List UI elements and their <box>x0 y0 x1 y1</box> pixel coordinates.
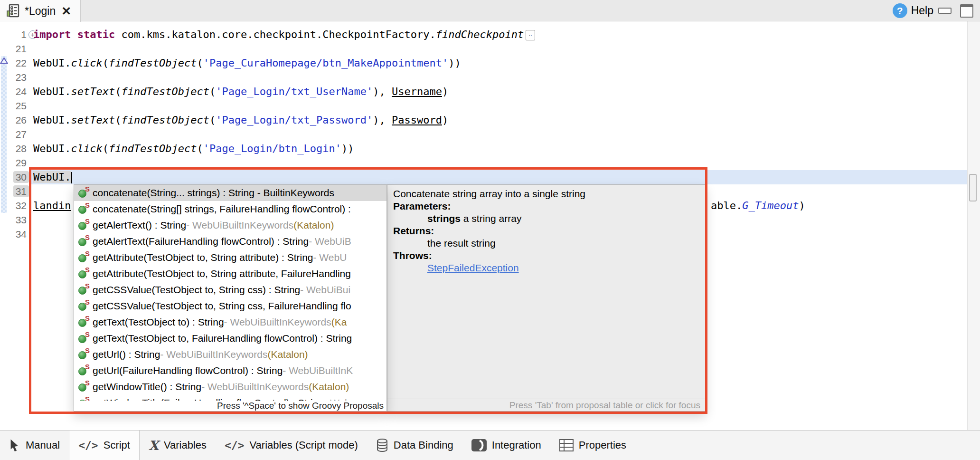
doc-throws-link[interactable]: StepFailedException <box>427 262 519 273</box>
code-segment-pl: able. <box>711 200 742 211</box>
line-number: 32 <box>0 199 27 213</box>
proposal-origin: (Katalon) <box>267 349 308 360</box>
current-line-highlight <box>30 170 967 184</box>
minimize-icon[interactable] <box>938 8 952 14</box>
line-number: 27 <box>0 127 27 142</box>
proposal-item[interactable]: concatenate(String[] strings, FailureHan… <box>74 201 386 217</box>
code-text: import static com.kms.katalon.core.check… <box>33 28 535 42</box>
code-line-23[interactable]: 23 <box>0 70 967 85</box>
static-method-icon <box>78 351 86 359</box>
proposal-signature: getWindowTitle(FailureHandling flowContr… <box>93 397 324 401</box>
database-icon <box>376 438 388 452</box>
code-text: landin <box>33 199 71 213</box>
proposal-item[interactable]: getWindowTitle() : String - WebUiBuiltIn… <box>74 379 386 395</box>
proposal-signature: getAttribute(TestObject to, String attri… <box>93 252 313 263</box>
view-tab-properties[interactable]: Properties <box>550 431 635 460</box>
proposal-item[interactable]: getAlertText(FailureHandling flowControl… <box>74 233 386 249</box>
test-case-icon <box>6 3 21 19</box>
proposal-item[interactable]: getAttribute(TestObject to, String attri… <box>74 266 386 282</box>
code-line-1[interactable]: 1+import static com.kms.katalon.core.che… <box>0 28 967 42</box>
code-segment-var: Password <box>392 114 442 126</box>
view-tab-data-binding[interactable]: Data Binding <box>367 431 462 460</box>
code-segment-pl: )) <box>448 57 461 69</box>
doc-returns-desc: the result string <box>393 237 699 249</box>
doc-parameters-label: Parameters: <box>393 200 699 212</box>
proposal-declaring-class: - WebUiBuiltInKeywords <box>224 316 331 328</box>
content-assist-popup[interactable]: concatenate(String... strings) : String … <box>74 184 387 412</box>
code-segment-pl: )) <box>341 143 354 154</box>
proposal-declaring-class: - Web <box>324 397 350 401</box>
code-segment-pl: WebUI. <box>33 143 71 154</box>
view-tab-label: Script <box>104 439 130 451</box>
integration-icon <box>471 439 487 451</box>
doc-summary: Concatenate string array into a single s… <box>393 188 699 200</box>
code-segment-var: landin <box>33 200 71 211</box>
proposal-item[interactable]: getText(TestObject to) : String - WebUiB… <box>74 314 386 330</box>
proposal-item[interactable]: getUrl() : String - WebUiBuiltInKeywords… <box>74 346 386 363</box>
line-number: 34 <box>0 227 27 241</box>
code-text: WebUI. <box>33 170 72 184</box>
code-line-29[interactable]: 29 <box>0 156 967 170</box>
view-tab-integration[interactable]: Integration <box>462 431 550 460</box>
view-tab-variables[interactable]: XVariables <box>140 431 216 460</box>
static-method-icon <box>78 319 86 327</box>
code-segment-m: click <box>71 143 102 154</box>
proposal-declaring-class: - WebUiBuiltInKeywords <box>160 349 267 360</box>
code-segment-pl: WebUI. <box>33 114 71 126</box>
proposal-item[interactable]: getAttribute(TestObject to, String attri… <box>74 249 386 266</box>
code-segment-str: 'Page_Login/txt_Password' <box>216 114 373 126</box>
line-number: 1 <box>0 28 27 42</box>
scrollbar-track[interactable] <box>967 21 980 430</box>
help-label: Help <box>911 4 933 17</box>
code-segment-pl: ( <box>103 143 109 154</box>
proposal-signature: getAlertText() : String <box>93 220 186 231</box>
proposal-item[interactable]: getWindowTitle(FailureHandling flowContr… <box>74 395 386 401</box>
view-tab-label: Properties <box>579 439 626 451</box>
code-segment-pl: ( <box>197 143 203 154</box>
static-method-icon <box>78 254 86 262</box>
proposal-origin: (Katalon) <box>309 381 349 393</box>
line-number: 30 <box>0 170 27 184</box>
code-line-27[interactable]: 27 <box>0 127 967 142</box>
line-number: 29 <box>0 156 27 170</box>
view-tab-variables-script-mode[interactable]: </>Variables (Script mode) <box>216 431 367 460</box>
proposal-item[interactable]: concatenate(String... strings) : String … <box>74 185 386 201</box>
static-method-icon <box>78 367 86 375</box>
code-text: WebUI.click(findTestObject('Page_Login/b… <box>33 142 354 156</box>
proposal-item[interactable]: getCSSValue(TestObject to, String css, F… <box>74 298 386 314</box>
code-line-21[interactable]: 21 <box>0 42 967 56</box>
code-line-30[interactable]: 30WebUI. <box>0 170 967 184</box>
proposal-item[interactable]: getAlertText() : String - WebUiBuiltInKe… <box>74 217 386 233</box>
doc-panel-hint: Press 'Tab' from proposal table or click… <box>387 399 705 411</box>
code-line-22[interactable]: 22WebUI.click(findTestObject('Page_CuraH… <box>0 56 967 70</box>
code-line-25[interactable]: 25 <box>0 99 967 113</box>
proposal-list[interactable]: concatenate(String... strings) : String … <box>74 185 386 401</box>
code-line-24[interactable]: 24WebUI.setText(findTestObject('Page_Log… <box>0 85 967 99</box>
proposal-declaring-class: - WebUiBui <box>300 284 350 296</box>
view-tab-manual[interactable]: Manual <box>0 431 69 460</box>
maximize-icon[interactable] <box>960 4 973 18</box>
line-number: 31 <box>0 184 27 199</box>
scrollbar-handle[interactable] <box>969 174 977 201</box>
code-line-28[interactable]: 28WebUI.click(findTestObject('Page_Login… <box>0 142 967 156</box>
properties-table-icon <box>559 439 574 451</box>
proposal-item[interactable]: getCSSValue(TestObject to, String css) :… <box>74 282 386 298</box>
proposal-signature: getUrl() : String <box>93 349 160 360</box>
tab-login[interactable]: *Login ✕ <box>0 0 81 22</box>
view-tab-script[interactable]: </>Script <box>69 431 140 460</box>
proposal-item[interactable]: getUrl(FailureHandling flowControl) : St… <box>74 363 386 379</box>
help-button[interactable]: ? Help <box>893 0 933 21</box>
code-segment-fld: G_Timeout <box>742 200 799 211</box>
tab-close-icon[interactable]: ✕ <box>61 5 71 17</box>
code-segment-m: findCheckpoint <box>436 29 524 40</box>
proposal-origin: (Katalon) <box>293 220 334 231</box>
line-number: 33 <box>0 213 27 227</box>
code-line-26[interactable]: 26WebUI.setText(findTestObject('Page_Log… <box>0 113 967 127</box>
code-segment-foldbox: ‥ <box>526 30 535 40</box>
doc-body: Concatenate string array into a single s… <box>387 185 705 399</box>
proposal-signature: getCSSValue(TestObject to, String css, F… <box>93 300 351 312</box>
static-method-icon <box>78 190 86 198</box>
code-segment-pl: ( <box>115 114 121 126</box>
code-segment-pl: ( <box>209 86 216 97</box>
proposal-item[interactable]: getText(TestObject to, FailureHandling f… <box>74 330 386 346</box>
